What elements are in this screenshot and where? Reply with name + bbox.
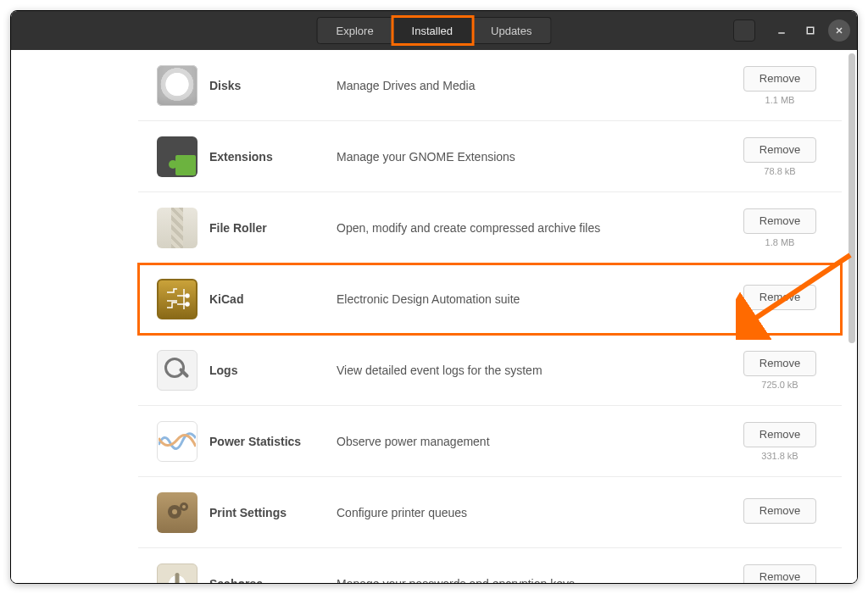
app-name: Power Statistics [209, 435, 337, 448]
app-size: 725.0 kB [761, 380, 798, 390]
content-area: Disks Manage Drives and Media Remove 1.1… [11, 50, 857, 583]
app-row-file-roller[interactable]: File Roller Open, modify and create comp… [138, 192, 842, 264]
app-description: Manage Drives and Media [337, 79, 743, 92]
remove-button[interactable]: Remove [743, 285, 816, 310]
tab-updates[interactable]: Updates [472, 17, 551, 44]
app-row-disks[interactable]: Disks Manage Drives and Media Remove 1.1… [138, 50, 842, 121]
svg-rect-0 [807, 27, 814, 34]
app-size: 1.1 MB [765, 95, 795, 105]
app-name: KiCad [209, 292, 337, 306]
file-roller-icon [157, 208, 198, 248]
power-statistics-icon [157, 421, 198, 462]
header-bar: Explore Installed Updates [11, 11, 857, 50]
extensions-icon [157, 136, 198, 177]
kicad-icon [157, 279, 198, 319]
app-description: View detailed event logs for the system [337, 364, 743, 377]
svg-point-1 [186, 294, 189, 297]
app-description: Electronic Design Automation suite [337, 292, 743, 306]
minimize-button[interactable] [771, 19, 793, 42]
app-description: Manage your passwords and encryption key… [337, 577, 743, 584]
seahorse-icon [157, 563, 198, 584]
app-row-seahorse[interactable]: Seahorse Manage your passwords and encry… [138, 548, 842, 583]
window-controls [733, 19, 850, 42]
app-name: Extensions [209, 150, 337, 164]
app-row-kicad[interactable]: KiCad Electronic Design Automation suite… [138, 264, 842, 335]
svg-point-2 [186, 303, 189, 306]
print-settings-icon [157, 492, 198, 533]
view-switcher: Explore Installed Updates [317, 17, 552, 44]
remove-button[interactable]: Remove [743, 564, 816, 584]
close-button[interactable] [828, 19, 850, 42]
app-name: File Roller [209, 221, 337, 235]
app-name: Logs [209, 364, 337, 377]
logs-icon [157, 350, 198, 391]
app-row-extensions[interactable]: Extensions Manage your GNOME Extensions … [138, 121, 842, 192]
app-row-power-statistics[interactable]: Power Statistics Observe power managemen… [138, 406, 842, 477]
app-size: 331.8 kB [761, 451, 798, 461]
app-row-print-settings[interactable]: Print Settings Configure printer queues … [138, 477, 842, 548]
disks-icon [157, 65, 198, 106]
app-description: Observe power management [337, 435, 743, 448]
remove-button[interactable]: Remove [743, 137, 816, 163]
app-description: Open, modify and create compressed archi… [337, 221, 743, 235]
tab-installed[interactable]: Installed [393, 17, 472, 44]
remove-button[interactable]: Remove [743, 498, 816, 524]
software-window: Explore Installed Updates Disks [10, 10, 858, 584]
app-description: Manage your GNOME Extensions [337, 150, 743, 164]
app-description: Configure printer queues [337, 506, 743, 519]
app-name: Disks [209, 79, 337, 92]
remove-button[interactable]: Remove [743, 208, 816, 234]
app-row-logs[interactable]: Logs View detailed event logs for the sy… [138, 335, 842, 406]
scrollbar-thumb[interactable] [849, 53, 855, 343]
hamburger-menu-button[interactable] [733, 19, 755, 42]
remove-button[interactable]: Remove [743, 66, 816, 92]
svg-point-6 [182, 505, 186, 508]
app-size: 78.8 kB [764, 166, 795, 176]
remove-button[interactable]: Remove [743, 351, 816, 376]
app-name: Print Settings [209, 506, 337, 519]
app-size: 1.8 MB [765, 237, 795, 247]
tab-explore[interactable]: Explore [317, 17, 393, 44]
scrollbar-track[interactable] [849, 53, 855, 580]
svg-point-4 [172, 509, 177, 514]
app-name: Seahorse [209, 577, 337, 584]
remove-button[interactable]: Remove [743, 422, 816, 447]
maximize-button[interactable] [799, 19, 821, 42]
